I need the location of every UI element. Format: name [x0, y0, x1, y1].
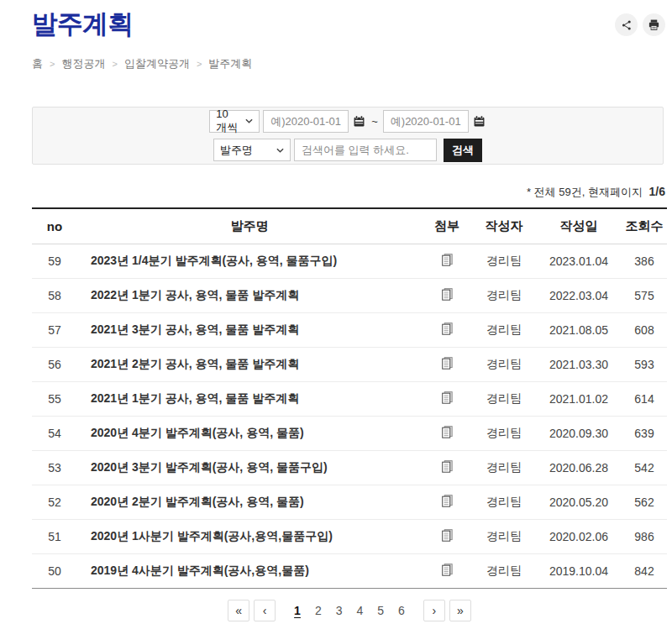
attachment-button[interactable]	[442, 426, 453, 441]
per-page-select[interactable]: 10개씩	[209, 110, 260, 133]
table-row: 51 2020년 1사분기 발주계획(공사,용역,물품구입)	[32, 519, 667, 553]
post-title-link[interactable]: 2020년 2분기 발주계획(공사, 용역, 물품)	[77, 485, 422, 519]
page-number-4[interactable]: 4	[357, 604, 364, 617]
attachment-button[interactable]	[442, 564, 453, 579]
search-row-keyword: 발주명 검색	[213, 139, 482, 162]
breadcrumb-bid-contract[interactable]: 입찰계약공개	[124, 56, 190, 71]
page-number-3[interactable]: 3	[336, 604, 343, 617]
cell-no: 55	[32, 381, 77, 416]
document-icon	[442, 460, 453, 473]
cell-views: 614	[622, 381, 667, 416]
cell-views: 639	[622, 416, 667, 450]
cell-date: 2019.10.04	[536, 553, 622, 588]
table-row: 58 2022년 1분기 공사, 용역, 물품 발주계획	[32, 278, 667, 312]
cell-attachment	[422, 278, 472, 312]
attachment-button[interactable]	[442, 460, 453, 475]
result-summary: * 전체 59건, 현재페이지 1/6	[32, 185, 667, 200]
cell-no: 57	[32, 312, 77, 347]
cell-date: 2020.02.06	[536, 519, 622, 553]
attachment-button[interactable]	[442, 495, 453, 510]
page-number-6[interactable]: 6	[398, 604, 405, 617]
cell-no: 54	[32, 416, 77, 450]
table-row: 52 2020년 2분기 발주계획(공사, 용역, 물품)	[32, 485, 667, 519]
page-indicator: 1/6	[649, 185, 665, 198]
cell-writer: 경리팀	[472, 278, 536, 312]
date-from-calendar-button[interactable]	[352, 115, 366, 128]
cell-date: 2023.01.04	[536, 244, 622, 278]
post-title-link[interactable]: 2020년 1사분기 발주계획(공사,용역,물품구입)	[77, 519, 422, 553]
date-to-input[interactable]	[383, 110, 469, 133]
cell-writer: 경리팀	[472, 381, 536, 416]
attachment-button[interactable]	[442, 529, 453, 544]
header-writer: 작성자	[472, 208, 536, 244]
attachment-button[interactable]	[442, 391, 453, 406]
order-plan-table: no 발주명 첨부 작성자 작성일 조회수 59 2023년 1/4분기 발주계…	[32, 207, 667, 589]
header-views: 조회수	[622, 208, 667, 244]
attachment-button[interactable]	[442, 254, 453, 269]
post-title-link[interactable]: 2021년 3분기 공사, 용역, 물품 발주계획	[77, 312, 422, 347]
cell-attachment	[422, 312, 472, 347]
page-header: 발주계획	[32, 7, 667, 42]
header-date: 작성일	[536, 208, 622, 244]
per-page-value: 10개씩	[216, 107, 239, 135]
page-number-1[interactable]: 1	[294, 604, 301, 617]
cell-views: 842	[622, 553, 667, 588]
header-actions	[615, 13, 665, 36]
post-title-link[interactable]: 2023년 1/4분기 발주계획(공사, 용역, 물품구입)	[77, 244, 422, 278]
cell-writer: 경리팀	[472, 312, 536, 347]
page-title: 발주계획	[32, 7, 133, 42]
document-icon	[442, 391, 453, 404]
last-page-button[interactable]: »	[449, 600, 471, 621]
search-panel: 10개씩 ~	[32, 107, 664, 165]
date-from-input[interactable]	[263, 110, 349, 133]
breadcrumb-admin-disclosure[interactable]: 행정공개	[61, 56, 105, 71]
cell-views: 542	[622, 450, 667, 485]
search-field-value: 발주명	[220, 143, 253, 158]
search-field-select[interactable]: 발주명	[213, 139, 291, 161]
table-row: 59 2023년 1/4분기 발주계획(공사, 용역, 물품구입)	[32, 244, 667, 278]
document-icon	[442, 529, 453, 542]
cell-no: 56	[32, 347, 77, 381]
first-page-button[interactable]: «	[228, 600, 249, 621]
keyword-input[interactable]	[294, 139, 437, 161]
cell-attachment	[422, 519, 472, 553]
printer-icon	[648, 18, 660, 31]
breadcrumb-separator: >	[112, 59, 117, 69]
cell-writer: 경리팀	[472, 553, 536, 588]
cell-views: 562	[622, 485, 667, 519]
attachment-button[interactable]	[442, 357, 453, 372]
page-number-5[interactable]: 5	[377, 604, 384, 617]
breadcrumb-home[interactable]: 홈	[32, 56, 43, 71]
post-title-link[interactable]: 2021년 2분기 공사, 용역, 물품 발주계획	[77, 347, 422, 381]
next-page-button[interactable]: ›	[423, 600, 445, 621]
search-button[interactable]: 검색	[444, 139, 482, 162]
cell-no: 53	[32, 450, 77, 485]
page-number-2[interactable]: 2	[315, 604, 322, 617]
post-title-link[interactable]: 2020년 3분기 발주계획(공사, 용역, 물품구입)	[77, 450, 422, 485]
post-title-link[interactable]: 2022년 1분기 공사, 용역, 물품 발주계획	[77, 278, 422, 312]
cell-views: 986	[622, 519, 667, 553]
cell-writer: 경리팀	[472, 244, 536, 278]
breadcrumb-separator: >	[197, 59, 202, 69]
cell-views: 593	[622, 347, 667, 381]
prev-page-button[interactable]: ‹	[254, 600, 276, 621]
cell-views: 386	[622, 244, 667, 278]
table-header-row: no 발주명 첨부 작성자 작성일 조회수	[32, 208, 667, 244]
post-title-link[interactable]: 2021년 1분기 공사, 용역, 물품 발주계획	[77, 381, 422, 416]
cell-no: 58	[32, 278, 77, 312]
cell-date: 2021.01.02	[536, 381, 622, 416]
breadcrumb-separator: >	[50, 59, 55, 69]
date-to-calendar-button[interactable]	[472, 115, 486, 128]
pagination: « ‹ 1 2 3 4 5 6 › »	[32, 600, 667, 621]
share-button[interactable]	[615, 13, 638, 36]
search-row-dates: 10개씩 ~	[209, 110, 486, 133]
post-title-link[interactable]: 2020년 4분기 발주계획(공사, 용역, 물품)	[77, 416, 422, 450]
attachment-button[interactable]	[442, 288, 453, 303]
cell-date: 2021.03.30	[536, 347, 622, 381]
cell-writer: 경리팀	[472, 485, 536, 519]
attachment-button[interactable]	[442, 322, 453, 338]
post-title-link[interactable]: 2019년 4사분기 발주계획(공사,용역,물품)	[77, 553, 422, 588]
share-icon	[621, 19, 633, 31]
document-icon	[442, 564, 453, 576]
print-button[interactable]	[643, 13, 665, 36]
